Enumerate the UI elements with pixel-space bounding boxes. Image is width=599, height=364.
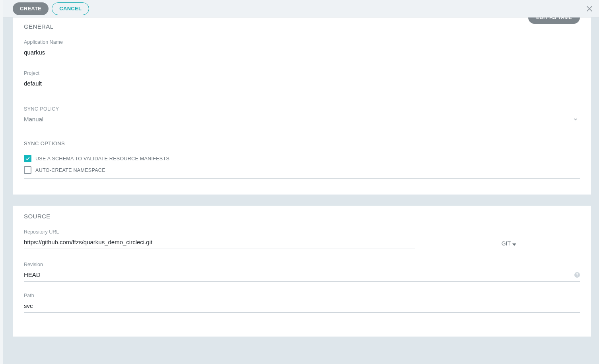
opt-autons-checkbox[interactable] <box>24 166 31 174</box>
general-section-title: GENERAL <box>24 23 580 30</box>
path-field: Path <box>24 293 580 313</box>
panel-scrollbar[interactable] <box>0 0 3 364</box>
repo-url-label: Repository URL <box>24 229 494 235</box>
opt-schema-label: USE A SCHEMA TO VALIDATE RESOURCE MANIFE… <box>35 156 169 162</box>
revision-label: Revision <box>24 262 580 267</box>
opt-autons-row: AUTO-CREATE NAMESPACE <box>24 164 580 176</box>
close-icon[interactable] <box>585 5 593 13</box>
revision-field: Revision ? <box>24 262 580 282</box>
sliding-panel-topbar: CREATE CANCEL <box>3 0 599 18</box>
application-name-label: Application Name <box>24 39 580 45</box>
source-panel: SOURCE Repository URL GIT Revision ? <box>13 206 591 337</box>
project-field: Project <box>24 70 580 90</box>
edit-as-yaml-button[interactable]: EDIT AS YAML <box>528 18 580 24</box>
opt-schema-row: USE A SCHEMA TO VALIDATE RESOURCE MANIFE… <box>24 153 580 164</box>
sync-options-divider <box>24 178 580 179</box>
help-icon[interactable]: ? <box>574 272 580 278</box>
path-input[interactable] <box>24 301 580 313</box>
form-scroll-area: EDIT AS YAML GENERAL Application Name Pr… <box>3 18 599 364</box>
opt-autons-label: AUTO-CREATE NAMESPACE <box>35 167 105 173</box>
application-name-input[interactable] <box>24 47 580 59</box>
cancel-button[interactable]: CANCEL <box>52 2 89 15</box>
repo-url-input[interactable] <box>24 237 415 249</box>
opt-schema-checkbox[interactable] <box>24 155 31 162</box>
repo-type-dropdown[interactable]: GIT <box>502 240 516 247</box>
sync-policy-select[interactable] <box>24 114 581 126</box>
sync-policy-label: SYNC POLICY <box>24 106 580 112</box>
create-button[interactable]: CREATE <box>13 2 49 15</box>
general-panel: EDIT AS YAML GENERAL Application Name Pr… <box>13 18 591 195</box>
sync-options-title: SYNC OPTIONS <box>24 140 580 146</box>
caret-down-icon <box>512 241 516 245</box>
revision-input[interactable] <box>24 270 580 282</box>
path-label: Path <box>24 293 580 298</box>
sync-policy-field: SYNC POLICY <box>24 106 580 126</box>
project-label: Project <box>24 70 580 76</box>
repo-type-label: GIT <box>502 240 511 247</box>
application-name-field: Application Name <box>24 39 580 59</box>
source-section-title: SOURCE <box>24 213 580 220</box>
project-input[interactable] <box>24 78 580 90</box>
repo-url-field: Repository URL <box>24 229 494 249</box>
